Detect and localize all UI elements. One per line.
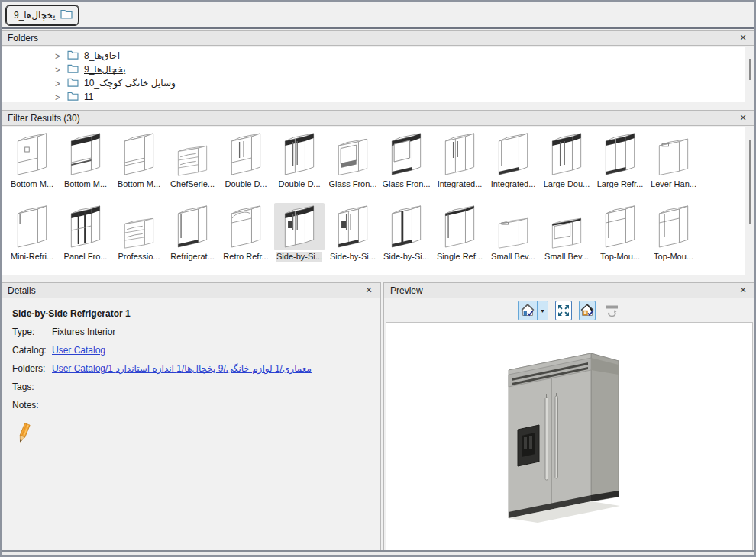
library-item-label: Top-Mou... [654, 252, 693, 262]
library-item-thumbnail[interactable] [381, 130, 431, 178]
panel-splitter[interactable] [2, 102, 754, 110]
thumbnail-row: Mini-Refri...Panel Fro...Professio...Ref… [5, 203, 744, 262]
folder-tree-item[interactable]: >اجاق‌ها_8 [55, 49, 754, 63]
library-item-thumbnail[interactable] [435, 203, 485, 250]
library-item-thumbnail[interactable] [648, 130, 699, 178]
library-item[interactable]: Retro Refr... [219, 203, 273, 262]
filter-results-panel-header: Filter Results (30) ✕ [2, 110, 754, 126]
standard-views-button[interactable] [518, 301, 538, 320]
library-item-thumbnail[interactable] [381, 203, 431, 250]
library-item[interactable]: ChefSerie... [166, 130, 219, 190]
folder-name-label[interactable]: اجاق‌ها_8 [84, 50, 120, 61]
library-item-thumbnail[interactable] [595, 130, 645, 178]
library-item-thumbnail[interactable] [328, 203, 378, 250]
library-item-thumbnail[interactable] [7, 130, 57, 178]
library-item-thumbnail[interactable] [648, 203, 699, 250]
active-folder-tab[interactable]: یخچال‌ها_9 [5, 5, 79, 26]
library-item-thumbnail[interactable] [114, 130, 164, 178]
library-item-thumbnail[interactable] [488, 130, 538, 178]
folder-icon [67, 50, 79, 62]
folders-panel-title: Folders [8, 33, 738, 43]
library-item[interactable]: Top-Mou... [647, 203, 700, 262]
library-item[interactable]: Side-by-Si... [326, 203, 380, 262]
folder-name-label[interactable]: یخچال‌ها_9 [84, 64, 126, 75]
folders-scrollbar-thumb[interactable] [749, 59, 751, 80]
folder-tree-item[interactable]: >یخچال‌ها_9 [55, 63, 754, 76]
library-item[interactable]: Bottom M... [5, 130, 59, 190]
details-field-link[interactable]: User Catalog [52, 345, 105, 356]
library-item-thumbnail[interactable] [60, 203, 111, 250]
expand-chevron-icon[interactable]: > [55, 64, 62, 75]
details-field-link[interactable]: User Catalog/1 معماری/1 لوازم خانگی/9 یخ… [52, 363, 312, 374]
fill-window-button[interactable] [555, 301, 572, 320]
library-item-thumbnail[interactable] [7, 203, 57, 250]
preview-3d-viewport[interactable] [386, 322, 753, 551]
library-browser-window: یخچال‌ها_9 Folders ✕ >اجاق‌ها_8>یخچال‌ها… [0, 0, 756, 557]
library-item[interactable]: Integrated... [486, 130, 540, 190]
library-item-thumbnail[interactable] [221, 203, 271, 250]
library-item-thumbnail[interactable] [488, 203, 538, 250]
expand-chevron-icon[interactable]: > [55, 92, 62, 102]
library-item-thumbnail[interactable] [167, 203, 218, 250]
folder-tree-item[interactable]: >وسایل خانگی کوچک_10 [55, 76, 754, 90]
library-item-thumbnail[interactable] [114, 203, 164, 250]
library-item[interactable]: Single Ref... [433, 203, 486, 262]
library-item-label: Professio... [118, 252, 160, 262]
library-item[interactable]: Top-Mou... [593, 203, 647, 262]
library-item[interactable]: Small Bev... [486, 203, 540, 262]
close-icon[interactable]: ✕ [738, 285, 748, 296]
folder-name-label[interactable]: وسایل خانگی کوچک_10 [84, 78, 176, 89]
folder-tree-item[interactable]: >11 [55, 90, 754, 102]
library-item[interactable]: Double D... [219, 130, 273, 190]
library-item-thumbnail[interactable] [274, 130, 325, 178]
library-item[interactable]: Panel Fro... [59, 203, 112, 262]
library-item[interactable]: Large Dou... [540, 130, 593, 190]
library-item-thumbnail[interactable] [274, 203, 325, 250]
library-item[interactable]: Glass Fron... [380, 130, 433, 190]
library-item[interactable]: Mini-Refri... [5, 203, 59, 262]
library-item-selected[interactable]: Side-by-Si... [273, 203, 326, 262]
library-item[interactable]: Large Refr... [593, 130, 647, 190]
thumbnail-row: Bottom M...Bottom M...Bottom M...ChefSer… [5, 130, 744, 190]
library-item-thumbnail[interactable] [435, 130, 485, 178]
preview-toolbar: ▼ [384, 299, 754, 322]
library-item-thumbnail[interactable] [60, 130, 111, 178]
library-item-label: Large Dou... [544, 179, 590, 190]
library-item[interactable]: Glass Fron... [326, 130, 380, 190]
library-item[interactable]: Side-by-Si... [380, 203, 433, 262]
library-item[interactable]: Double D... [273, 130, 326, 190]
color-toggle-button[interactable] [579, 301, 596, 320]
filter-results-body: Bottom M...Bottom M...Bottom M...ChefSer… [2, 127, 754, 275]
library-item-thumbnail[interactable] [541, 203, 592, 250]
library-item-thumbnail[interactable] [167, 130, 218, 178]
library-item-thumbnail[interactable] [328, 130, 378, 178]
library-item-thumbnail[interactable] [595, 203, 645, 250]
folders-scrollbar[interactable] [745, 47, 754, 102]
folders-panel-header: Folders ✕ [2, 30, 754, 46]
library-item[interactable]: Refrigerat... [166, 203, 219, 262]
edit-notes-pencil-icon[interactable] [17, 423, 31, 446]
library-item[interactable]: Integrated... [433, 130, 486, 190]
library-item[interactable]: Small Bev... [540, 203, 593, 262]
library-item-label: Mini-Refri... [11, 252, 53, 262]
library-item[interactable]: Bottom M... [59, 130, 112, 190]
details-field-label: Notes: [12, 400, 52, 411]
panel-splitter[interactable] [2, 275, 754, 282]
details-field-label: Tags: [12, 382, 52, 392]
expand-chevron-icon[interactable]: > [55, 78, 62, 89]
close-icon[interactable]: ✕ [738, 113, 748, 124]
close-icon[interactable]: ✕ [738, 33, 748, 43]
library-item[interactable]: Bottom M... [112, 130, 166, 190]
filter-results-scrollbar[interactable] [745, 127, 754, 275]
library-item-thumbnail[interactable] [541, 130, 592, 178]
expand-chevron-icon[interactable]: > [55, 50, 62, 61]
library-item[interactable]: Professio... [112, 203, 166, 262]
library-item-label: Side-by-Si... [330, 252, 376, 262]
close-icon[interactable]: ✕ [363, 285, 374, 296]
library-item-thumbnail[interactable] [221, 130, 271, 178]
folder-name-label[interactable]: 11 [84, 92, 93, 102]
library-item[interactable]: Lever Han... [647, 130, 700, 190]
library-item-label: Integrated... [491, 179, 536, 190]
filter-results-scrollbar-thumb[interactable] [749, 140, 751, 224]
standard-views-dropdown-arrow[interactable]: ▼ [538, 301, 548, 320]
